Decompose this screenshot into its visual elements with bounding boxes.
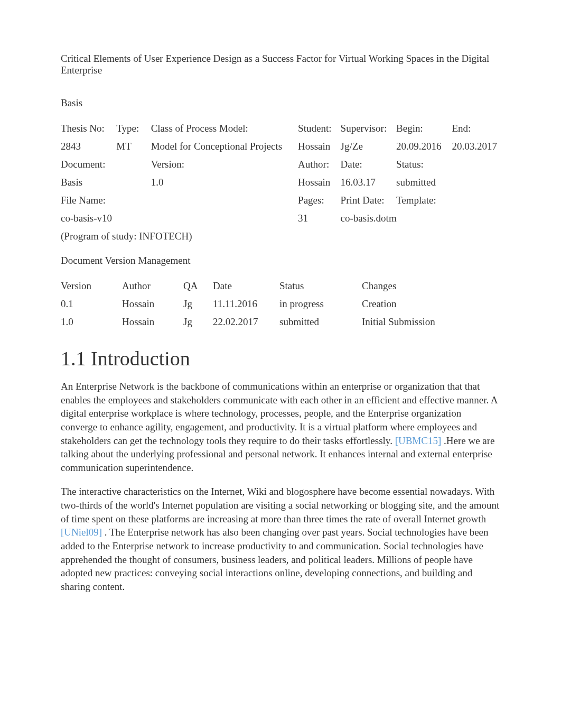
table-row: 0.1 Hossain Jg 11.11.2016 in progress Cr… [61, 295, 500, 313]
value-filename: co-basis-v10 [61, 209, 298, 227]
citation-link[interactable]: [UBMC15] [395, 435, 442, 446]
vt-date: 22.02.2017 [213, 313, 279, 331]
version-table: Version Author QA Date Status Changes 0.… [61, 277, 500, 331]
vt-qa: Jg [183, 295, 213, 313]
value-thesis-no: 2843 [61, 137, 116, 155]
intro-heading: 1.1 Introduction [61, 347, 500, 370]
label-date: Date: [341, 155, 396, 173]
vt-author: Hossain [122, 295, 183, 313]
version-mgmt-heading: Document Version Management [61, 255, 500, 266]
label-thesis-no: Thesis No: [61, 119, 116, 137]
value-pages: 31 [298, 209, 341, 227]
vt-head-status: Status [279, 277, 362, 295]
label-document: Document: [61, 155, 116, 173]
vt-head-changes: Changes [362, 277, 500, 295]
label-supervisor: Supervisor: [341, 119, 396, 137]
vt-head-date: Date [213, 277, 279, 295]
page-title: Critical Elements of User Experience Des… [61, 53, 500, 76]
basis-meta-table: Thesis No: Type: Class of Process Model:… [61, 119, 500, 245]
table-row: 1.0 Hossain Jg 22.02.2017 submitted Init… [61, 313, 500, 331]
paragraph-text: The interactive characteristics on the I… [61, 486, 499, 524]
label-type: Type: [116, 119, 151, 137]
vt-head-author: Author [122, 277, 183, 295]
label-author: Author: [298, 155, 341, 173]
value-type: MT [116, 137, 151, 155]
vt-head-version: Version [61, 277, 122, 295]
program-note: (Program of study: INFOTECH) [61, 227, 500, 245]
vt-version: 1.0 [61, 313, 122, 331]
label-student: Student: [298, 119, 341, 137]
label-version: Version: [151, 155, 298, 173]
document-page: Critical Elements of User Experience Des… [0, 0, 561, 636]
value-begin: 20.09.2016 [396, 137, 452, 155]
label-end: End: [452, 119, 501, 137]
value-status: submitted [396, 173, 500, 191]
vt-status: in progress [279, 295, 362, 313]
vt-date: 11.11.2016 [213, 295, 279, 313]
value-author: Hossain [298, 173, 341, 191]
paragraph-text: . The Enterprise network has also been c… [61, 527, 489, 592]
label-template: Template: [396, 191, 500, 209]
label-filename: File Name: [61, 191, 298, 209]
label-printdate: Print Date: [341, 191, 396, 209]
vt-status: submitted [279, 313, 362, 331]
label-pages: Pages: [298, 191, 341, 209]
vt-qa: Jg [183, 313, 213, 331]
basis-heading: Basis [61, 97, 500, 109]
vt-changes: Initial Submission [362, 313, 500, 331]
vt-head-qa: QA [183, 277, 213, 295]
vt-author: Hossain [122, 313, 183, 331]
value-supervisor: Jg/Ze [341, 137, 396, 155]
intro-paragraph-2: The interactive characteristics on the I… [61, 485, 500, 593]
value-date: 16.03.17 [341, 173, 396, 191]
vt-version: 0.1 [61, 295, 122, 313]
value-end: 20.03.2017 [452, 137, 501, 155]
vt-changes: Creation [362, 295, 500, 313]
value-version: 1.0 [151, 173, 298, 191]
citation-link[interactable]: [UNiel09] [61, 527, 102, 538]
value-student: Hossain [298, 137, 341, 155]
label-class-model: Class of Process Model: [151, 119, 298, 137]
intro-paragraph-1: An Enterprise Network is the backbone of… [61, 380, 500, 474]
value-template: co-basis.dotm [341, 209, 500, 227]
value-class-model: Model for Conceptional Projects [151, 137, 298, 155]
value-document: Basis [61, 173, 116, 191]
label-status: Status: [396, 155, 500, 173]
label-begin: Begin: [396, 119, 452, 137]
